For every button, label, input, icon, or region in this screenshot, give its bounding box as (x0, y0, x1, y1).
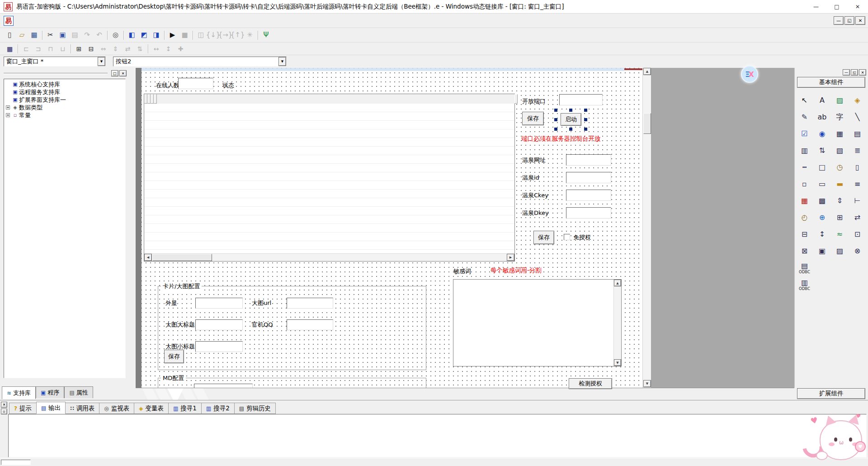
toolbar-button[interactable]: ⊞ (73, 43, 85, 54)
component-icon[interactable]: ▤ (849, 126, 866, 143)
form-text-input[interactable] (566, 172, 611, 183)
scrollbar-thumb[interactable] (643, 113, 651, 134)
component-icon[interactable]: ▦ (831, 126, 849, 143)
scroll-left-button[interactable]: ◀ (144, 254, 152, 261)
toolbar-button[interactable]: ▣ (57, 30, 69, 41)
tree-item[interactable]: ▣ 系统核心支持库 (5, 81, 124, 88)
start-button[interactable]: 启动 (561, 113, 581, 126)
output-tab[interactable]: ▥ 搜寻2 (201, 403, 235, 414)
toolbar-button[interactable]: ⇅ (134, 43, 146, 54)
form-text-input[interactable] (195, 319, 243, 330)
toolbar-button[interactable]: ⇔ (97, 43, 109, 54)
output-tab[interactable]: ∷ 调用表 (65, 403, 99, 414)
resize-handle[interactable] (569, 128, 572, 131)
toolbar-button[interactable]: {→} (219, 30, 231, 41)
output-float-button[interactable]: ▫ (1, 409, 7, 414)
form-text-input[interactable] (566, 207, 611, 219)
scroll-up-button[interactable]: ▲ (643, 68, 651, 75)
toolbox-close-button[interactable]: ✕ (859, 69, 866, 76)
online-count-input[interactable] (178, 78, 213, 89)
component-icon[interactable]: ☑ (796, 126, 813, 143)
component-icon[interactable]: ▧ (831, 143, 849, 159)
resize-handle[interactable] (554, 128, 557, 131)
toolbar-button[interactable]: ⊓ (44, 43, 57, 54)
toolbar-button[interactable]: ⇕ (109, 43, 122, 54)
menu-item[interactable] (42, 19, 50, 23)
designer-vertical-scrollbar[interactable]: ▲ ▼ (642, 68, 651, 388)
component-icon[interactable]: ◷ (831, 159, 849, 176)
component-icon[interactable]: ▦ (796, 193, 813, 209)
menu-item[interactable] (74, 19, 82, 23)
component-icon[interactable]: ◈ (849, 92, 866, 109)
table-horizontal-scrollbar[interactable]: ◀ ▶ (144, 253, 514, 261)
form-text-input[interactable] (287, 298, 333, 309)
mdi-minimize-button[interactable]: — (834, 16, 844, 25)
toolbar-button[interactable]: ▦ (28, 30, 40, 41)
resize-handle[interactable] (554, 118, 557, 121)
form-text-input[interactable] (566, 190, 611, 201)
toolbar-button[interactable]: ▤ (69, 30, 81, 41)
menu-item[interactable] (66, 19, 74, 23)
toolbar-button[interactable]: ↔ (150, 43, 162, 54)
toolbar-button[interactable]: ◩ (138, 30, 150, 41)
output-tab[interactable]: ? 提示 (9, 403, 37, 414)
panel-grip[interactable] (4, 73, 108, 74)
component-icon[interactable]: ▯ (849, 159, 866, 176)
component-icon[interactable]: ▫ (796, 176, 813, 193)
component-icon[interactable]: ↖ (796, 92, 813, 109)
form-text-input[interactable] (566, 154, 611, 166)
table-column-header[interactable] (144, 94, 147, 104)
resize-handle[interactable] (584, 109, 587, 112)
expander-icon[interactable]: + (6, 105, 10, 109)
component-icon[interactable]: ⊠ (796, 243, 813, 260)
toolbar-button[interactable]: ⊏ (20, 43, 32, 54)
table-column-header[interactable] (154, 94, 157, 104)
component-icon[interactable]: ≡ (849, 176, 866, 193)
toolbar-button[interactable]: Ψ (260, 30, 272, 41)
component-icon[interactable]: ┅ (796, 159, 813, 176)
tree-item[interactable]: + ◈ 数据类型 (5, 104, 124, 111)
panel-tab[interactable]: ▤ 属性 (64, 386, 93, 398)
component-icon[interactable]: 字 (831, 109, 849, 126)
toolbox-float-button[interactable]: ◱ (851, 69, 858, 76)
menu-item[interactable] (58, 19, 66, 23)
minimize-button[interactable]: — (806, 0, 826, 14)
component-icon[interactable]: ↕ (813, 226, 831, 243)
toolbar-button[interactable]: ◧ (126, 30, 138, 41)
tree-item[interactable]: ▣ 扩展界面支持库一 (5, 96, 124, 104)
table-body[interactable] (144, 104, 514, 253)
component-icon[interactable]: ▥ ODBC (796, 276, 813, 293)
maximize-button[interactable]: □ (826, 0, 847, 14)
component-icon[interactable]: ▭ (813, 176, 831, 193)
extended-components-header[interactable]: 扩展组件 (797, 388, 865, 399)
toolbar-button[interactable]: ✳ (244, 30, 256, 41)
component-icon[interactable]: ⇅ (813, 143, 831, 159)
output-tab[interactable]: ▤ 剪辑历史 (234, 403, 276, 414)
toolbar-button[interactable]: ▶ (166, 30, 179, 41)
toolbar-button[interactable]: {↑} (231, 30, 244, 41)
output-tab[interactable]: ▥ 搜寻1 (168, 403, 202, 414)
component-icon[interactable]: ▤ ODBC (796, 260, 813, 276)
component-icon[interactable]: ⊢ (849, 193, 866, 209)
port-input[interactable] (559, 94, 603, 105)
scroll-down-button[interactable]: ▼ (614, 359, 621, 366)
component-icon[interactable]: ab (813, 109, 831, 126)
tree-item[interactable]: + ▫ 常量 (5, 111, 124, 119)
output-tab[interactable]: ◈ 变量表 (134, 403, 169, 414)
toolbar-button[interactable]: ⊐ (32, 43, 44, 54)
sensitive-words-textarea[interactable]: ▲ ▼ (453, 279, 622, 366)
toolbar-button[interactable]: ↕ (162, 43, 175, 54)
object-combobox[interactable]: 窗口_主窗口 * ▼ (4, 57, 106, 67)
tree-item[interactable]: ▣ 远程服务支持库 (5, 88, 124, 96)
message-table[interactable]: ◀ ▶ (144, 94, 515, 262)
toolbar-button[interactable]: ◨ (150, 30, 162, 41)
toolbar-button[interactable]: ■ (179, 30, 191, 41)
library-tree[interactable]: ▣ 系统核心支持库 ▣ 远程服务支持库 ▣ 扩展界面支持库一 + ◈ 数据类型 … (4, 79, 126, 378)
resize-handle[interactable] (554, 109, 557, 112)
toolbar-button[interactable]: ▯ (4, 30, 16, 41)
scrollbar-thumb[interactable] (152, 254, 212, 261)
component-icon[interactable]: ▩ (813, 193, 831, 209)
component-icon[interactable]: ▬ (831, 176, 849, 193)
toolbar-button[interactable]: ▱ (16, 30, 28, 41)
component-icon[interactable]: ◉ (813, 126, 831, 143)
